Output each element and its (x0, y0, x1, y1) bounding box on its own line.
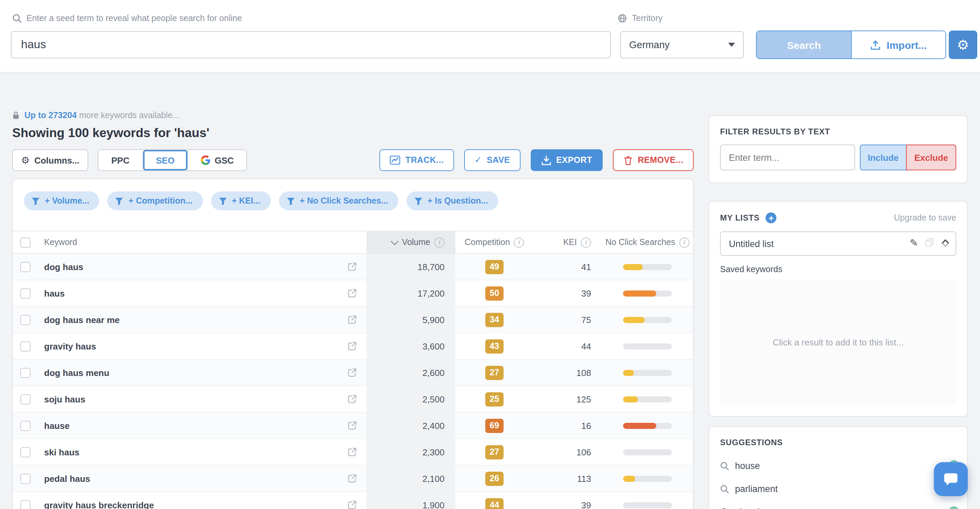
territory-hint-label: Territory (632, 14, 662, 23)
tab-ppc[interactable]: PPC (99, 150, 142, 170)
my-lists-card: MY LISTS + Upgrade to save Saved k (708, 201, 968, 417)
row-checkbox[interactable] (20, 394, 30, 404)
keyword-text[interactable]: pedal haus (44, 473, 90, 484)
table-row: haus 17,200 50 39 (13, 280, 693, 307)
edit-list-icon[interactable] (910, 237, 918, 248)
volume-value: 3,600 (422, 341, 444, 351)
header-keyword[interactable]: Keyword (44, 237, 77, 247)
header-competition-cell[interactable]: Competition (455, 231, 533, 253)
header-kei-cell[interactable]: KEI (533, 231, 602, 253)
external-link-icon[interactable] (347, 474, 357, 483)
external-link-icon[interactable] (347, 341, 357, 351)
export-button[interactable]: EXPORT (530, 149, 602, 171)
filter-chip[interactable]: + No Click Searches... (278, 191, 398, 210)
gear-icon (21, 155, 30, 165)
include-exclude-toggle: Include Exclude (859, 145, 956, 170)
keyword-text[interactable]: ski haus (44, 447, 80, 457)
external-link-icon[interactable] (347, 500, 357, 509)
table-row: dog haus near me 5,900 34 75 (13, 307, 693, 333)
search-icon (720, 507, 729, 509)
seed-input[interactable] (11, 31, 611, 58)
filter-chip[interactable]: + Competition... (108, 191, 203, 210)
suggestion-item[interactable]: chamber + (720, 500, 956, 509)
no-click-bar (623, 290, 672, 296)
keyword-text[interactable]: dog haus menu (44, 367, 109, 378)
track-button[interactable]: TRACK... (380, 149, 454, 171)
tab-gsc[interactable]: GSC (187, 150, 247, 170)
filter-term-input[interactable] (720, 145, 855, 170)
add-suggestion-icon[interactable]: + (949, 506, 959, 509)
filter-chip[interactable]: + Volume... (24, 191, 99, 210)
suggestion-item[interactable]: house + (720, 454, 956, 477)
upsell-banner[interactable]: Up to 273204 more keywords available... (12, 111, 694, 120)
competition-badge: 69 (485, 418, 504, 433)
external-link-icon[interactable] (347, 394, 357, 404)
volume-value: 2,300 (422, 447, 444, 457)
info-icon[interactable] (514, 237, 524, 247)
columns-button[interactable]: Columns... (12, 149, 88, 171)
row-checkbox[interactable] (20, 315, 30, 325)
external-link-icon[interactable] (347, 288, 357, 298)
save-button[interactable]: SAVE (464, 149, 520, 171)
kei-value: 16 (581, 420, 591, 431)
external-link-icon[interactable] (347, 368, 357, 377)
row-checkbox[interactable] (20, 341, 30, 351)
search-button[interactable]: Search (757, 31, 851, 58)
row-checkbox[interactable] (20, 500, 30, 509)
include-button[interactable]: Include (859, 145, 906, 170)
external-link-icon[interactable] (347, 447, 357, 457)
remove-button[interactable]: REMOVE... (612, 149, 694, 171)
tab-seo[interactable]: SEO (143, 150, 188, 170)
external-link-icon[interactable] (347, 315, 357, 324)
table-row: dog haus 18,700 49 41 (13, 254, 693, 280)
filter-chip[interactable]: + Is Question... (407, 191, 498, 210)
suggestions-card: SUGGESTIONS house + parliament + chamber… (708, 426, 968, 509)
keyword-text[interactable]: gravity haus breckenridge (44, 500, 154, 509)
row-checkbox[interactable] (20, 367, 30, 378)
info-icon[interactable] (679, 237, 689, 247)
info-icon[interactable] (434, 237, 444, 247)
chat-widget-button[interactable] (934, 462, 968, 496)
row-checkbox[interactable] (20, 262, 30, 272)
import-button[interactable]: Import... (851, 31, 945, 58)
suggestion-label: chamber (735, 507, 771, 509)
search-button-group: Search Import... (756, 30, 946, 59)
keyword-text[interactable]: soju haus (44, 394, 85, 404)
exclude-button[interactable]: Exclude (906, 145, 956, 170)
territory-select[interactable]: Germany (620, 31, 744, 58)
keyword-text[interactable]: dog haus (44, 262, 83, 272)
suggestions-title: SUGGESTIONS (720, 438, 956, 447)
row-checkbox[interactable] (20, 420, 30, 431)
copy-list-icon[interactable] (925, 238, 934, 249)
suggestions-list: house + parliament + chamber + (720, 454, 956, 509)
list-name-input[interactable] (720, 231, 956, 256)
keyword-text[interactable]: haus (44, 288, 65, 298)
header-no-click-cell[interactable]: No Click Searches (602, 231, 693, 253)
row-checkbox[interactable] (20, 288, 30, 298)
row-checkbox[interactable] (20, 447, 30, 457)
row-checkbox[interactable] (20, 473, 30, 484)
header-volume-cell[interactable]: Volume (366, 231, 455, 253)
volume-value: 2,400 (422, 420, 444, 431)
filter-chip[interactable]: + KEI... (211, 191, 270, 210)
columns-button-label: Columns... (34, 155, 80, 165)
suggestion-item[interactable]: parliament + (720, 477, 956, 500)
external-link-icon[interactable] (347, 262, 357, 272)
external-link-icon[interactable] (347, 421, 357, 430)
seed-hint: Enter a seed term to reveal what people … (12, 14, 242, 23)
keyword-text[interactable]: gravity haus (44, 341, 96, 351)
volume-value: 18,700 (417, 262, 444, 272)
keyword-text[interactable]: hause (44, 420, 70, 431)
remove-button-label: REMOVE... (638, 156, 683, 165)
table-body: dog haus 18,700 49 41 haus 17,200 50 39 … (13, 254, 693, 509)
track-button-label: TRACK... (406, 156, 444, 165)
search-icon (12, 14, 22, 23)
territory-selected-value: Germany (629, 39, 670, 50)
select-all-checkbox[interactable] (20, 237, 30, 247)
upgrade-link[interactable]: Upgrade to save (894, 213, 956, 223)
keyword-text[interactable]: dog haus near me (44, 315, 120, 325)
app: Enter a seed term to reveal what people … (0, 0, 980, 509)
info-icon[interactable] (581, 237, 591, 247)
add-list-icon[interactable]: + (766, 212, 777, 223)
settings-button[interactable] (949, 30, 977, 59)
